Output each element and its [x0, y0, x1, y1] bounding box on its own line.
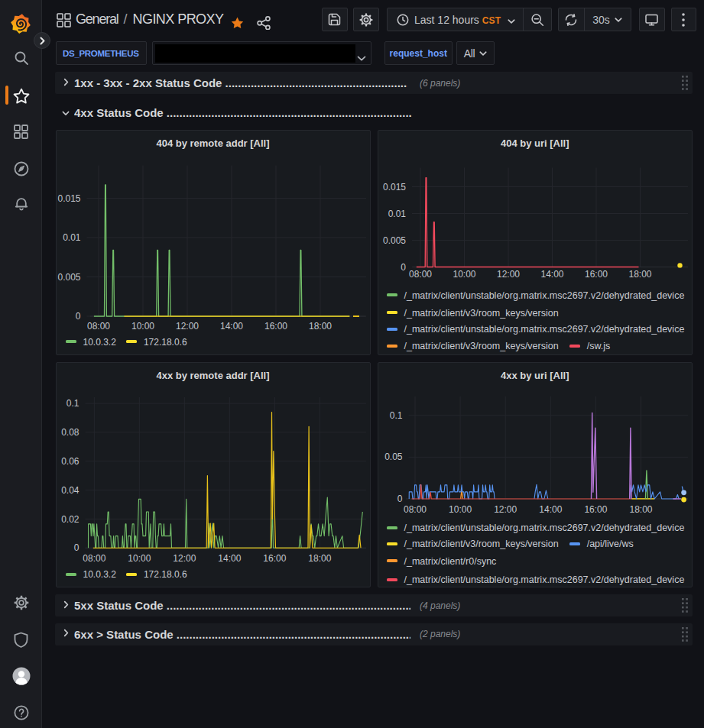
svg-text:12:00: 12:00 [496, 269, 519, 280]
svg-text:0.05: 0.05 [384, 451, 403, 462]
svg-text:18:00: 18:00 [308, 321, 331, 332]
svg-text:12:00: 12:00 [175, 321, 198, 332]
svg-text:18:00: 18:00 [629, 504, 652, 515]
svg-text:0.04: 0.04 [61, 485, 79, 496]
svg-text:0: 0 [397, 493, 402, 504]
svg-text:0.015: 0.015 [57, 193, 80, 203]
svg-text:0.02: 0.02 [61, 514, 79, 525]
svg-text:12:00: 12:00 [494, 504, 517, 515]
svg-text:14:00: 14:00 [218, 553, 241, 564]
svg-text:0.08: 0.08 [61, 427, 79, 438]
svg-text:08:00: 08:00 [403, 504, 426, 515]
svg-text:14:00: 14:00 [539, 504, 562, 515]
svg-text:0.06: 0.06 [61, 456, 79, 467]
svg-text:16:00: 16:00 [584, 504, 607, 515]
svg-text:10:00: 10:00 [449, 504, 472, 515]
svg-text:0.01: 0.01 [388, 208, 406, 218]
svg-text:0.1: 0.1 [389, 410, 402, 421]
svg-text:0.015: 0.015 [382, 181, 405, 192]
svg-text:16:00: 16:00 [263, 553, 286, 564]
svg-text:16:00: 16:00 [264, 321, 287, 332]
svg-text:10:00: 10:00 [131, 321, 154, 332]
svg-text:14:00: 14:00 [219, 321, 242, 332]
svg-text:14:00: 14:00 [540, 269, 563, 280]
svg-text:0.005: 0.005 [382, 235, 405, 245]
svg-text:0.01: 0.01 [63, 232, 81, 243]
svg-text:18:00: 18:00 [308, 553, 331, 564]
svg-text:10:00: 10:00 [128, 553, 151, 564]
svg-text:0.005: 0.005 [57, 271, 80, 282]
svg-text:08:00: 08:00 [86, 321, 109, 332]
svg-text:0: 0 [73, 542, 79, 553]
svg-text:08:00: 08:00 [408, 269, 431, 280]
svg-text:0.1: 0.1 [66, 398, 79, 409]
svg-text:10:00: 10:00 [453, 269, 475, 280]
svg-text:12:00: 12:00 [173, 553, 196, 564]
svg-text:18:00: 18:00 [628, 269, 651, 280]
svg-text:0: 0 [401, 261, 406, 272]
svg-text:0: 0 [75, 311, 80, 322]
svg-text:08:00: 08:00 [83, 553, 105, 564]
svg-text:16:00: 16:00 [584, 269, 607, 280]
